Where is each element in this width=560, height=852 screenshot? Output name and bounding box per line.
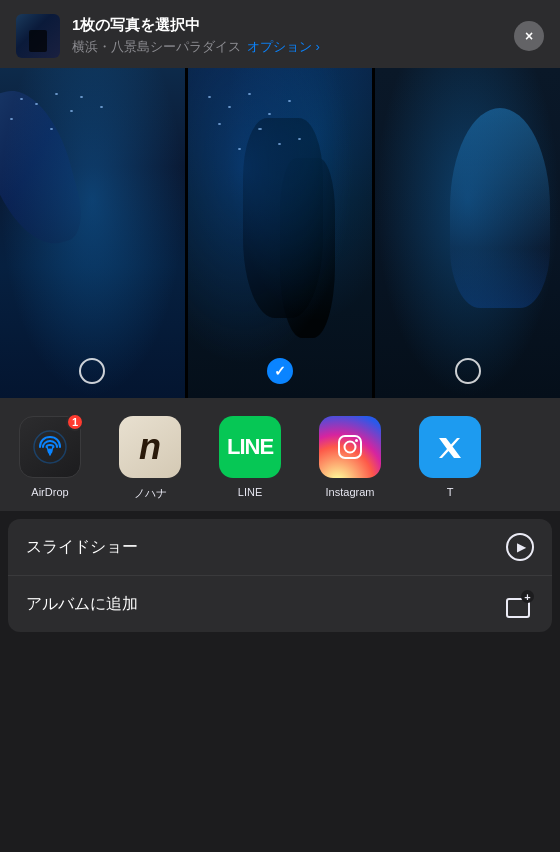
fish-dots-1: [0, 88, 185, 188]
airdrop-icon-wrap: 1: [19, 416, 81, 478]
share-item-twitter[interactable]: T: [400, 416, 500, 501]
line-icon-wrap: LINE: [219, 416, 281, 478]
slideshow-label: スライドショー: [26, 537, 138, 558]
action-item-slideshow[interactable]: スライドショー ▶: [8, 519, 552, 576]
photo-item-1[interactable]: [0, 68, 185, 398]
action-list: スライドショー ▶ アルバムに追加 +: [8, 519, 552, 632]
svg-rect-2: [339, 436, 361, 458]
header-title: 1枚の写真を選択中: [72, 16, 320, 35]
header-subtitle: 横浜・八景島シーパラダイスオプション ›: [72, 38, 320, 56]
header-thumbnail: [16, 14, 60, 58]
instagram-label: Instagram: [326, 486, 375, 498]
share-item-instagram[interactable]: Instagram: [300, 416, 400, 501]
share-row: 1 AirDrop n ノハナ LINE LINE Instagram: [0, 398, 560, 511]
airdrop-label: AirDrop: [31, 486, 68, 498]
photo-item-3[interactable]: [375, 68, 560, 398]
line-icon-text: LINE: [227, 434, 273, 460]
photo-strip: [0, 68, 560, 398]
share-item-nohana[interactable]: n ノハナ: [100, 416, 200, 501]
line-label: LINE: [238, 486, 262, 498]
share-header: 1枚の写真を選択中 横浜・八景島シーパラダイスオプション › ×: [0, 0, 560, 68]
select-circle-2[interactable]: [267, 358, 293, 384]
add-album-label: アルバムに追加: [26, 594, 138, 615]
nohana-icon-wrap: n: [119, 416, 181, 478]
share-item-line[interactable]: LINE LINE: [200, 416, 300, 501]
twitter-icon: [433, 430, 467, 464]
nohana-n-letter: n: [139, 429, 161, 465]
select-circle-3[interactable]: [455, 358, 481, 384]
header-left: 1枚の写真を選択中 横浜・八景島シーパラダイスオプション ›: [16, 14, 320, 58]
album-plus: +: [521, 590, 534, 603]
album-icon-wrap: +: [506, 590, 534, 618]
svg-point-4: [355, 439, 358, 442]
instagram-icon: [333, 430, 367, 464]
nohana-label: ノハナ: [134, 486, 167, 501]
airdrop-icon: [32, 429, 68, 465]
add-album-icon: +: [506, 590, 534, 618]
header-text: 1枚の写真を選択中 横浜・八景島シーパラダイスオプション ›: [72, 16, 320, 56]
select-circle-1[interactable]: [79, 358, 105, 384]
svg-point-3: [345, 442, 356, 453]
photo-item-2[interactable]: [188, 68, 373, 398]
option-link[interactable]: オプション ›: [247, 39, 320, 54]
close-button[interactable]: ×: [514, 21, 544, 51]
instagram-icon-wrap: [319, 416, 381, 478]
slideshow-play-icon: ▶: [506, 533, 534, 561]
fish-dots-2: [188, 88, 373, 188]
twitter-label: T: [447, 486, 454, 498]
share-item-airdrop[interactable]: 1 AirDrop: [0, 416, 100, 501]
twitter-icon-wrap: [419, 416, 481, 478]
action-item-add-album[interactable]: アルバムに追加 +: [8, 576, 552, 632]
play-circle: ▶: [506, 533, 534, 561]
svg-point-0: [34, 431, 66, 463]
airdrop-badge: 1: [66, 413, 84, 431]
